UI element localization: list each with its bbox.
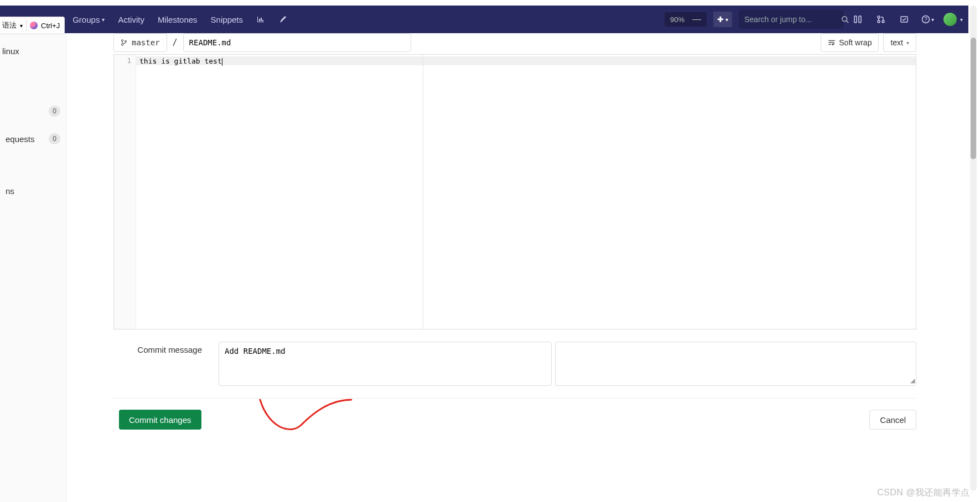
divider	[113, 398, 916, 399]
nav-snippets[interactable]: Snippets	[204, 11, 250, 29]
svg-point-5	[878, 20, 880, 23]
count-badge: 0	[49, 133, 60, 144]
softwrap-label: Soft wrap	[839, 38, 872, 47]
sidebar-item-label: equests	[6, 134, 35, 144]
editor-line-text: this is gitlab test	[139, 57, 222, 65]
search-input[interactable]	[744, 15, 841, 24]
watermark: CSDN @我还能再学点	[877, 487, 970, 499]
zoom-minus-icon[interactable]: —	[692, 14, 701, 24]
count-badge: 0	[49, 106, 60, 117]
svg-rect-2	[854, 16, 857, 23]
issues-icon[interactable]	[848, 10, 867, 29]
ime-mode-label: 语法	[2, 20, 17, 30]
svg-point-4	[878, 16, 880, 18]
svg-point-6	[882, 20, 884, 23]
sidebar-item-label: ns	[6, 186, 14, 196]
svg-point-10	[122, 40, 123, 41]
todos-icon[interactable]	[895, 10, 914, 29]
chevron-down-icon: ▾	[20, 23, 23, 29]
nav-activity[interactable]: Activity	[111, 11, 151, 29]
sidebar-item-operations[interactable]: ns	[0, 181, 66, 201]
filetype-label: text	[890, 38, 903, 47]
chevron-down-icon: ▾	[725, 17, 728, 23]
svg-text:?: ?	[924, 17, 927, 23]
global-search[interactable]	[739, 10, 844, 29]
svg-rect-3	[859, 16, 861, 23]
top-navbar: Projects ▾ Groups ▾ Activity Milestones …	[0, 6, 968, 33]
chevron-down-icon: ▾	[931, 17, 934, 23]
editor-panel: master / Soft wrap text ▾ 1 this is gitl…	[113, 33, 916, 502]
nav-milestones[interactable]: Milestones	[151, 11, 204, 29]
project-sidebar: linux 0 equests 0 ns	[0, 33, 66, 502]
search-icon	[841, 15, 849, 23]
softwrap-toggle[interactable]: Soft wrap	[821, 33, 879, 52]
branch-selector[interactable]: master	[113, 33, 167, 52]
line-number: 1	[114, 57, 131, 65]
sidebar-project-title[interactable]: linux	[0, 41, 66, 61]
nav-analytics-icon[interactable]	[250, 11, 272, 28]
help-icon[interactable]: ? ▾	[918, 10, 937, 29]
nav-groups[interactable]: Groups ▾	[66, 11, 111, 29]
filetype-select[interactable]: text ▾	[883, 33, 916, 52]
wrap-icon	[828, 39, 836, 46]
svg-point-0	[842, 17, 847, 22]
merge-requests-icon[interactable]	[872, 10, 890, 29]
new-dropdown[interactable]: ✚ ▾	[713, 12, 732, 27]
zoom-percent: 90%	[670, 15, 685, 24]
editor-split-line	[423, 55, 423, 329]
zoom-control[interactable]: 90% —	[665, 12, 707, 27]
editor-gutter: 1	[114, 55, 136, 329]
text-cursor	[222, 58, 222, 66]
filename-input[interactable]	[183, 33, 411, 52]
action-row: Commit changes Cancel	[113, 410, 916, 430]
branch-icon	[121, 39, 127, 46]
path-separator: /	[173, 38, 178, 48]
sidebar-item-issues[interactable]: 0	[0, 100, 66, 122]
scrollbar-thumb[interactable]	[971, 38, 976, 159]
nav-groups-label: Groups	[72, 15, 100, 24]
ime-overlay[interactable]: 语法 ▾ Ctrl+J	[0, 17, 65, 34]
commit-changes-button[interactable]: Commit changes	[119, 410, 201, 430]
ime-shortcut-label: Ctrl+J	[41, 22, 60, 30]
resize-handle-icon[interactable]: ◢	[910, 377, 915, 384]
nav-admin-icon[interactable]	[272, 11, 294, 28]
commit-message-input[interactable]	[219, 342, 552, 386]
nav-activity-label: Activity	[118, 15, 144, 24]
cancel-button[interactable]: Cancel	[869, 410, 916, 430]
commit-message-row: Commit message ◢	[113, 342, 916, 386]
chevron-down-icon: ▾	[906, 40, 909, 46]
plus-icon: ✚	[717, 15, 724, 24]
file-header: master / Soft wrap text ▾	[113, 33, 916, 52]
editor-body[interactable]: this is gitlab test	[136, 55, 916, 329]
svg-point-12	[125, 40, 127, 42]
nav-milestones-label: Milestones	[158, 15, 198, 24]
svg-point-11	[122, 44, 123, 45]
commit-message-label: Commit message	[113, 342, 202, 386]
copilot-icon	[30, 22, 38, 29]
sidebar-item-merge-requests[interactable]: equests 0	[0, 128, 66, 150]
chevron-down-icon: ▾	[960, 17, 963, 23]
user-avatar[interactable]	[943, 13, 957, 26]
branch-name: master	[132, 38, 160, 47]
page-scrollbar[interactable]	[970, 6, 977, 491]
nav-snippets-label: Snippets	[211, 15, 243, 24]
commit-message-extra[interactable]: ◢	[555, 342, 916, 386]
chevron-down-icon: ▾	[102, 17, 105, 23]
code-editor[interactable]: 1 this is gitlab test	[113, 54, 916, 330]
